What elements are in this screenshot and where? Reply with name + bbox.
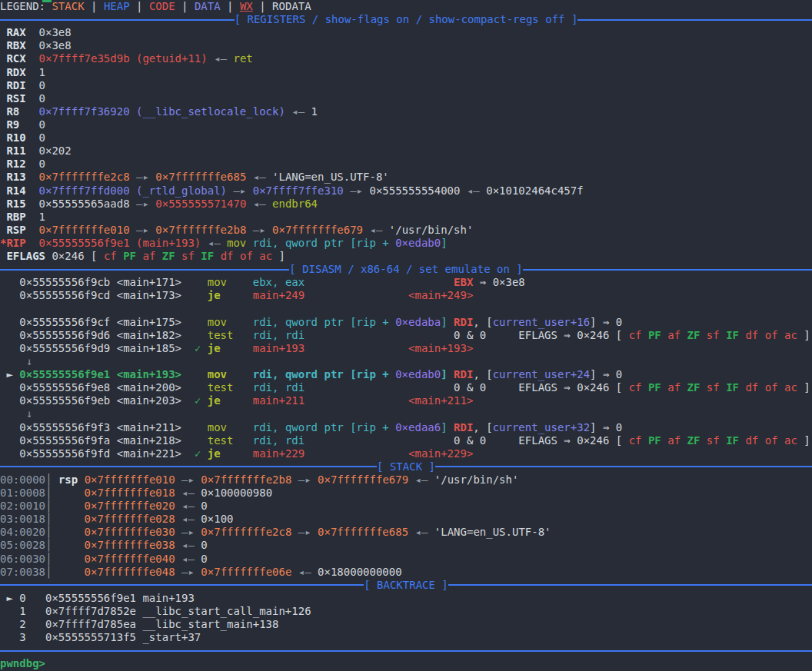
text-segment: 0×7fffffffe2c8 <box>39 171 130 183</box>
text-segment <box>227 276 253 288</box>
text-segment <box>221 342 253 354</box>
text-segment: —▸ <box>175 526 201 538</box>
text-segment: —▸ <box>130 198 156 210</box>
text-segment: RCX <box>0 52 39 65</box>
text-segment: EBX <box>454 276 473 288</box>
register-rdx: RDX 1 <box>0 66 812 79</box>
text-segment: , [ <box>473 368 492 380</box>
text-segment: mov <box>208 316 227 328</box>
disasm-line: 0×55555556f9cf <main+175> mov rdi, qword… <box>0 316 812 329</box>
text-segment: ZF <box>687 329 707 341</box>
text-segment: DATA <box>195 0 221 12</box>
text-segment: 0 <box>201 500 207 512</box>
bottom-separator <box>0 644 812 657</box>
separator-line <box>0 584 364 586</box>
legend-line: LEGEND: STACK | HEAP | CODE | DATA | WX … <box>0 0 812 13</box>
text-segment: EFLAGS ⇒ 0×246 [ <box>486 381 628 394</box>
text-segment: ◂— <box>175 500 201 512</box>
text-segment: ◂— <box>408 526 434 538</box>
backtrace-frame: 3 0×5555555713f5 _start+37 <box>0 631 812 644</box>
stack-row: 04:0020│ 0×7fffffffe030 —▸ 0×7fffffffe2c… <box>0 526 812 539</box>
text-segment <box>52 473 58 486</box>
text-segment: 0×55555565aad8 <box>39 198 130 210</box>
section-header-label: [ REGISTERS / show-flags on / show-compa… <box>235 13 578 26</box>
text-segment: rdi, rdi <box>253 329 304 341</box>
text-segment: 0×18000000000 <box>318 566 402 578</box>
text-segment: 0 <box>39 158 45 170</box>
text-segment: 00:0000 <box>0 473 45 486</box>
separator-line <box>435 466 812 467</box>
text-segment: 07:0038 <box>0 566 45 578</box>
text-segment: ] ⇒ 0 <box>590 368 622 380</box>
text-segment: 0×7fffffffe2b8 <box>201 473 291 486</box>
backtrace-section-header: [ BACKTRACE ] <box>0 579 812 592</box>
text-segment: ret <box>233 52 252 65</box>
text-segment: R11 <box>0 144 39 157</box>
text-segment: ◂— <box>201 237 227 249</box>
text-segment: ] ⇒ 0 <box>590 421 622 433</box>
text-segment: current_user+32 <box>493 421 590 433</box>
text-segment: 0×55555556f9fa <main+218> <box>0 434 208 447</box>
stack-row: 06:0030│ 0×7fffffffe040 ◂— 0 <box>0 553 812 566</box>
text-segment: RBX <box>0 39 39 51</box>
text-segment: STACK <box>52 0 84 12</box>
text-segment: 0 <box>39 131 45 144</box>
text-segment: af <box>667 329 687 341</box>
disasm-line: 0×55555556f9eb <main+203> ✓ je main+211 … <box>0 394 812 407</box>
text-segment: 1 0×7ffff7d7852e __libc_start_call_main+… <box>0 605 311 617</box>
text-segment: ] ⇒ 0 <box>590 316 622 328</box>
text-segment: ebx, eax <box>253 276 304 288</box>
text-segment: 0×7fffffffe010 <box>85 473 175 486</box>
text-segment: of <box>765 329 784 341</box>
section-header-label: [ BACKTRACE ] <box>364 579 448 592</box>
text-segment: ◂— <box>246 171 272 183</box>
prompt-label[interactable]: pwndbg> <box>0 657 45 669</box>
text-segment: df <box>745 381 764 394</box>
text-segment: 3 0×5555555713f5 _start+37 <box>0 631 201 643</box>
text-segment: ] <box>797 381 810 394</box>
text-segment: main+211 <box>253 394 304 407</box>
text-segment: <main+211> <box>408 394 473 407</box>
text-segment: <main+229> <box>408 447 473 460</box>
text-segment: 0 <box>201 553 207 565</box>
text-segment <box>304 394 408 407</box>
text-segment: 0 <box>39 118 45 131</box>
text-segment: ◂— <box>208 52 234 65</box>
register-rax: RAX 0×3e8 <box>0 26 812 39</box>
text-segment: | <box>253 0 272 12</box>
text-segment: EFLAGS ⇒ 0×246 [ <box>486 329 628 341</box>
text-segment: —▸ <box>291 473 318 486</box>
text-segment <box>246 237 252 249</box>
text-segment: current_user+16 <box>493 316 590 328</box>
text-segment: 0×7fffffffe010 <box>39 224 130 236</box>
disasm-blank-line <box>0 303 812 316</box>
register-rsi: RSI 0 <box>0 92 812 105</box>
text-segment: RBP <box>0 211 39 223</box>
text-segment: WX <box>240 0 253 12</box>
text-segment: —▸ <box>227 184 253 197</box>
text-segment: 0 0×55555556f9e1 main+193 <box>19 592 195 604</box>
text-segment: mov <box>227 237 246 249</box>
text-segment: 0×3e8 <box>39 39 72 51</box>
text-segment: 05:0028 <box>0 539 45 551</box>
text-segment: 0 & 0 <box>454 329 486 341</box>
text-segment: EFLAGS ⇒ 0×246 [ <box>486 434 628 447</box>
text-segment <box>448 368 454 380</box>
text-segment: 0×edaba <box>395 316 441 328</box>
text-segment: 1 <box>39 211 45 223</box>
register-r13: R13 0×7fffffffe2c8 —▸ 0×7fffffffe685 ◂— … <box>0 171 812 184</box>
clipped-previous-line-artifact <box>42 0 52 2</box>
text-segment: rdi, qword ptr [rip + <box>253 368 395 380</box>
text-segment: 0×55555556f9e1 (main+193) <box>39 237 201 249</box>
disasm-line: 0×55555556f9d6 <main+182> test rdi, rdi … <box>0 329 812 342</box>
text-segment: ] <box>272 250 285 262</box>
text-segment: cf <box>629 381 648 394</box>
text-segment: 0×202 <box>39 144 72 157</box>
text-segment: —▸ <box>130 224 156 236</box>
register-r12: R12 0 <box>0 158 812 171</box>
text-segment: ] <box>441 368 447 380</box>
text-segment: —▸ <box>246 224 272 236</box>
disasm-line: 0×55555556f9f3 <main+211> mov rdi, qword… <box>0 421 812 434</box>
text-segment <box>181 368 208 380</box>
register-rdi: RDI 0 <box>0 79 812 92</box>
